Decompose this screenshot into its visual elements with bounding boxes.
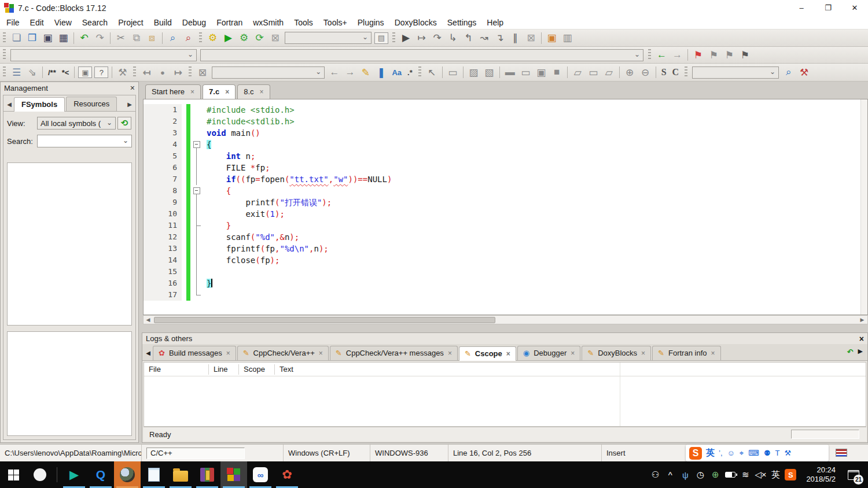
menu-item-help[interactable]: Help <box>481 18 509 27</box>
logs-tab-cscope[interactable]: ✎Cscope× <box>459 346 516 361</box>
incsearch-clear-icon[interactable]: ⊠ <box>194 65 210 79</box>
doxy-run-html-icon[interactable]: ▣ <box>78 66 92 78</box>
editor-tab-7-c[interactable]: 7.c× <box>203 84 236 99</box>
close-tab-icon[interactable]: × <box>190 88 194 96</box>
column-header-scope[interactable]: Scope <box>239 364 275 375</box>
file-explorer-app[interactable] <box>167 461 194 488</box>
tabs-scroll-right-icon[interactable]: ▶ <box>858 347 863 356</box>
step-into-instruction-icon[interactable]: ↴ <box>492 31 507 45</box>
menu-item-file[interactable]: File <box>1 18 25 27</box>
wx-panel-d-icon[interactable]: ■ <box>549 65 565 79</box>
wx-dialog-icon[interactable]: ▨ <box>466 65 481 79</box>
wx-panel-c-icon[interactable]: ▣ <box>534 65 549 79</box>
sogou-tray-icon[interactable]: S <box>783 461 798 488</box>
run-to-cursor-icon[interactable]: ↦ <box>414 31 429 45</box>
build-icon[interactable]: ⚙ <box>205 31 220 45</box>
menu-item-tools[interactable]: Tools <box>289 18 318 27</box>
wx-scripted-dialog-icon[interactable]: ▧ <box>481 65 497 79</box>
scroll-right-icon[interactable]: ▶ <box>858 317 867 323</box>
winrar-app[interactable] <box>194 461 220 488</box>
debug-continue-icon[interactable]: ▶ <box>398 31 414 45</box>
logs-tab-cppcheck-vera-messages[interactable]: ✎CppCheck/Vera++ messages× <box>330 346 458 360</box>
tabs-scroll-left-icon[interactable]: ◀ <box>5 101 14 111</box>
menu-item-tools[interactable]: Tools+ <box>318 18 352 27</box>
jump-current-icon[interactable]: ● <box>155 65 170 79</box>
build-target-combo[interactable]: ⌄ <box>285 32 372 44</box>
wx-window-icon[interactable]: ▭ <box>445 65 461 79</box>
menu-item-wxsmith[interactable]: wxSmith <box>248 18 289 27</box>
menu-item-plugins[interactable]: Plugins <box>352 18 389 27</box>
safety-icon[interactable]: ◷ <box>693 461 708 488</box>
symbols-tree[interactable] <box>7 162 132 326</box>
codeblocks-app[interactable] <box>220 461 247 488</box>
qq-video-app[interactable]: ▶ <box>61 461 87 488</box>
close-tab-icon[interactable]: × <box>319 349 323 357</box>
wx-sizer-a-icon[interactable]: ▱ <box>570 65 586 79</box>
wx-panel-b-icon[interactable]: ▭ <box>518 65 534 79</box>
editor-vertical-scrollbar[interactable] <box>860 99 867 315</box>
symbols-view-combo[interactable]: All local symbols ( ⌄ <box>37 117 116 130</box>
menu-item-debug[interactable]: Debug <box>177 18 211 27</box>
break-debugger-icon[interactable]: ∥ <box>507 31 523 45</box>
notepad-app[interactable] <box>141 461 167 488</box>
copy-icon[interactable]: ⧉ <box>128 31 144 45</box>
close-tab-icon[interactable]: × <box>641 349 645 357</box>
code-completion-function-combo[interactable]: ⌄ <box>200 49 643 61</box>
editor-tab-8-c[interactable]: 8.c× <box>237 84 270 99</box>
code-editor[interactable]: 1#include <stdio.h>2#include<stdlib.h>3v… <box>143 99 868 315</box>
fold-gutter[interactable] <box>190 139 203 150</box>
menu-item-fortran[interactable]: Fortran <box>211 18 248 27</box>
sogou-logo-icon[interactable]: S <box>689 447 702 460</box>
wx-content-icon[interactable]: C <box>670 65 682 79</box>
wx-sizer-b-icon[interactable]: ▭ <box>586 65 601 79</box>
clear-bookmarks-icon[interactable]: ⚑ <box>737 48 753 62</box>
volume-muted-icon[interactable]: ◁× <box>753 461 768 488</box>
rebuild-icon[interactable]: ⟳ <box>252 31 267 45</box>
fold-gutter[interactable] <box>190 185 203 197</box>
settings-wrench-icon[interactable]: ⚒ <box>796 65 812 79</box>
people-icon[interactable]: ⚇ <box>648 461 663 488</box>
close-tab-icon[interactable]: × <box>225 88 229 96</box>
paste-icon[interactable]: ⧈ <box>144 31 160 45</box>
close-tab-icon[interactable]: × <box>506 350 510 358</box>
ime-voice-icon[interactable]: ⌖ <box>740 449 744 458</box>
logs-close-icon[interactable]: × <box>859 334 864 343</box>
doxy-extract-docs-icon[interactable]: ☰ <box>9 65 24 79</box>
close-tab-icon[interactable]: × <box>711 349 715 357</box>
ime-language-toggle[interactable]: 英 <box>706 448 715 459</box>
match-case-icon[interactable]: Aa <box>389 65 404 79</box>
redo-icon[interactable]: ↷ <box>92 31 108 45</box>
logs-tab-cppcheck-vera[interactable]: ✎CppCheck/Vera++× <box>237 346 329 360</box>
symbols-refresh-icon[interactable]: ⟲ <box>117 117 131 130</box>
symbols-detail-pane[interactable] <box>7 331 132 436</box>
menu-item-edit[interactable]: Edit <box>25 18 49 27</box>
menu-item-view[interactable]: View <box>49 18 77 27</box>
logs-tab-build-messages[interactable]: ✿Build messages× <box>153 346 236 360</box>
action-center-button[interactable]: 21 <box>844 461 863 488</box>
ime-skin-icon[interactable]: T <box>775 449 780 457</box>
stop-debugger-icon[interactable]: ⊠ <box>523 31 539 45</box>
usb-icon[interactable]: ψ <box>678 461 693 488</box>
save-all-icon[interactable]: ▦ <box>56 31 71 45</box>
wx-pointer-icon[interactable]: ↖ <box>424 65 440 79</box>
abort-build-icon[interactable]: ⊠ <box>267 31 283 45</box>
open-file-icon[interactable]: ❒ <box>24 31 40 45</box>
menu-item-build[interactable]: Build <box>149 18 177 27</box>
tab-resources[interactable]: Resources <box>66 97 117 111</box>
toggle-bookmark-icon[interactable]: ⚑ <box>690 48 706 62</box>
qq-browser-app[interactable]: Q <box>87 461 114 488</box>
cscope-search-combo[interactable]: ⌄ <box>692 66 779 79</box>
cut-icon[interactable]: ✂ <box>113 31 128 45</box>
incsearch-combo[interactable]: ⌄ <box>212 66 325 79</box>
wx-sizer-c-icon[interactable]: ▱ <box>601 65 617 79</box>
incsearch-prev-icon[interactable]: ← <box>326 65 342 79</box>
run-icon[interactable]: ▶ <box>220 31 236 45</box>
column-header-file[interactable]: File <box>144 364 209 375</box>
regex-icon[interactable]: .* <box>404 65 415 79</box>
doxy-input-icon[interactable]: ⇘ <box>24 65 40 79</box>
close-tab-icon[interactable]: × <box>571 349 575 357</box>
battery-icon[interactable] <box>723 461 738 488</box>
debugging-windows-icon[interactable]: ▣ <box>544 31 560 45</box>
doxy-run-chm-icon[interactable]: ? <box>94 66 108 78</box>
compiler-messages-icon[interactable]: ▤ <box>374 32 388 44</box>
